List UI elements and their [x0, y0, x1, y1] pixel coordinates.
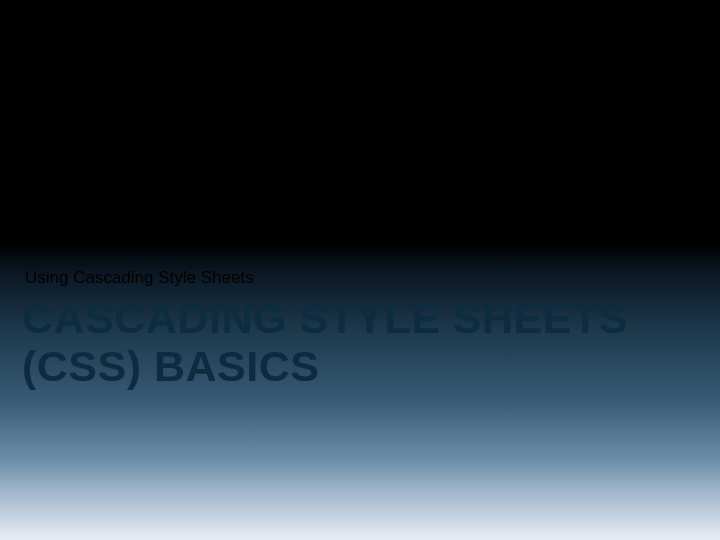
slide-subtitle: Using Cascading Style Sheets — [25, 268, 254, 288]
slide-container: Using Cascading Style Sheets CASCADING S… — [0, 0, 720, 540]
slide-title: CASCADING STYLE SHEETS (CSS) BASICS — [22, 294, 690, 390]
